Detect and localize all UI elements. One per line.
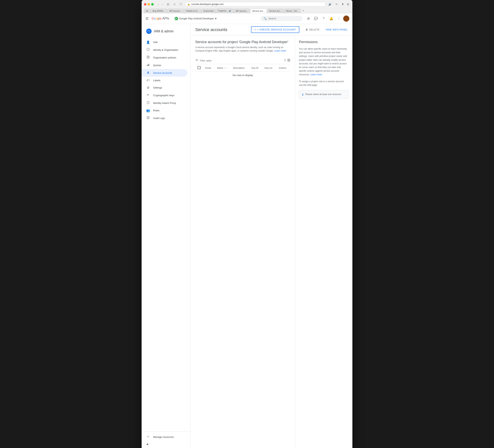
labels-icon: 🏷 <box>146 79 150 82</box>
sidebar-item-label: Labels <box>153 79 161 82</box>
hamburger-menu-button[interactable]: ☰ <box>145 16 149 22</box>
sidebar-item-labels[interactable]: 🏷 Labels <box>142 77 187 84</box>
sidebar-item-audit-logs[interactable]: Audit Logs <box>142 114 187 122</box>
sidebar-item-identity-proxy[interactable]: Identity-Aware Proxy <box>142 99 187 107</box>
project-dropdown-icon: ▾ <box>215 17 217 20</box>
sidebar-collapse-button[interactable]: ◀ <box>142 441 190 448</box>
tab-bug[interactable]: Bug 59400:... <box>150 9 167 13</box>
info-box: ℹ Please select at least one resource. <box>299 90 348 99</box>
th-name: Name ↑ ↑ <box>215 64 231 72</box>
content-header: Service accounts + + CREATE SERVICE ACCO… <box>191 24 352 36</box>
sidebar-item-label: Service accounts <box>153 72 172 74</box>
browser-action-btns: ⬆ ⧉ <box>341 2 350 6</box>
shield-icon: 🛡 <box>146 28 152 34</box>
tab-publish[interactable]: Publish to G... <box>184 9 201 13</box>
svg-rect-16 <box>288 59 289 61</box>
sidebar-item-identity-org[interactable]: Identity & Organisation <box>142 46 187 54</box>
email-sort[interactable]: Email <box>205 67 212 69</box>
hide-info-panel-button[interactable]: HIDE INFO PANEL <box>326 28 348 31</box>
project-selector-button[interactable]: ▶ Google Play Android Developer ▾ <box>173 16 218 21</box>
sidebar: 🛡 IAM & admin 👤 IAM Identity & Organisat… <box>142 24 191 448</box>
sidebar-item-settings[interactable]: ⚙ Settings <box>142 84 187 91</box>
search-input[interactable] <box>268 17 297 20</box>
sidebar-item-label: Organisation policies <box>153 56 176 59</box>
create-icon: + <box>254 28 256 31</box>
nav-buttons: ‹ › <box>157 2 164 6</box>
select-all-checkbox[interactable] <box>198 66 201 69</box>
google-logo-text: Google <box>152 17 161 20</box>
sidebar-item-label: Identity-Aware Proxy <box>153 101 176 104</box>
page-title: Service accounts <box>195 27 248 32</box>
collapse-icon: ◀ <box>146 443 148 446</box>
apis-text: APIs <box>162 16 169 21</box>
tab-service1[interactable]: Service acc... <box>250 9 267 13</box>
learn-more-link-main[interactable]: Learn more <box>274 50 286 52</box>
avatar[interactable] <box>343 15 349 22</box>
reload-page-button[interactable]: ⊙ <box>172 2 177 6</box>
manage-resources-icon <box>146 435 150 439</box>
new-tab-button[interactable]: ⧉ <box>346 2 350 6</box>
crypto-keys-icon <box>146 93 150 97</box>
sidebar-item-quotas[interactable]: Quotas <box>142 61 187 69</box>
name-sort[interactable]: Name ↑ ↑ <box>217 67 229 69</box>
delete-icon: 🗑 <box>306 28 308 31</box>
close-button[interactable] <box>144 3 146 6</box>
refresh-button[interactable]: ↻ <box>334 2 339 6</box>
th-email: Email <box>203 64 215 72</box>
traffic-light <box>144 3 154 6</box>
more-options-button[interactable]: ⋮ <box>335 15 342 22</box>
minimize-button[interactable] <box>148 3 150 6</box>
tab-service2[interactable]: Service acc... <box>267 9 284 13</box>
table-row-empty: No rows to display <box>195 72 290 79</box>
address-bar[interactable]: 🔒 console.developers.google.com <box>185 2 326 7</box>
svg-rect-11 <box>147 116 149 119</box>
google-apis-logo[interactable]: Google APIs <box>152 16 169 21</box>
info-button[interactable]: ⓘ <box>178 2 183 6</box>
tab-de[interactable]: de <box>144 9 150 13</box>
app-container: ☰ Google APIs ▶ Google Play Android Deve… <box>142 13 352 448</box>
apps-grid-button[interactable]: ⊞ <box>305 15 312 22</box>
table-toolbar: ? <box>195 57 290 64</box>
info-message: Please select at least one resource. <box>305 93 342 96</box>
sidebar-item-manage-resources[interactable]: Manage resources <box>142 433 187 441</box>
add-tab-button[interactable]: + <box>301 8 306 13</box>
back-button[interactable]: ‹ <box>157 2 160 6</box>
identity-org-icon <box>146 48 150 52</box>
delete-label: DELETE <box>309 28 320 31</box>
table-columns-icon[interactable] <box>287 59 290 62</box>
tab-fragment[interactable]: Fragmen... 🔊 <box>216 8 233 13</box>
tab-stores[interactable]: Stores - Sm... <box>284 9 301 13</box>
sidebar-item-org-policies[interactable]: Organisation policies <box>142 54 187 61</box>
audio-button[interactable]: 🔊 <box>327 2 333 6</box>
delete-button[interactable]: 🗑 DELETE <box>302 27 322 33</box>
table-help-icon[interactable]: ? <box>284 59 286 62</box>
sidebar-item-roles[interactable]: 👥 Roles <box>142 107 187 114</box>
svg-rect-17 <box>289 59 290 61</box>
tab-api2[interactable]: API access... <box>234 9 250 13</box>
maximize-button[interactable] <box>151 3 154 6</box>
create-service-account-button[interactable]: + + CREATE SERVICE ACCOUNT <box>251 26 299 33</box>
roles-icon: 👥 <box>146 109 150 112</box>
tab-overview-button[interactable]: ⊡ <box>165 2 171 6</box>
tab-api1[interactable]: API access... <box>167 9 184 13</box>
filter-table-input[interactable] <box>200 59 283 62</box>
notifications-button[interactable]: 🔔 <box>328 15 335 22</box>
tab-grammarly[interactable]: Grammarly <box>201 9 216 13</box>
settings-icon: ⚙ <box>146 86 150 89</box>
support-button[interactable]: 💬 <box>312 15 320 22</box>
desc-text: A service account represents a Google Cl… <box>195 46 284 52</box>
sidebar-item-label: Audit Logs <box>153 117 165 120</box>
service-accounts-icon <box>146 71 150 75</box>
learn-more-link-permissions[interactable]: Learn more <box>310 73 322 76</box>
forward-button[interactable]: › <box>161 2 164 6</box>
sidebar-item-service-accounts[interactable]: Service accounts <box>142 69 187 77</box>
help-button[interactable]: ? <box>320 15 327 22</box>
g-letter-red3: e <box>160 17 161 20</box>
service-accounts-description: A service account represents a Google Cl… <box>195 46 290 52</box>
share-button[interactable]: ⬆ <box>341 2 345 6</box>
svg-point-0 <box>147 48 149 50</box>
sidebar-item-crypto-keys[interactable]: Cryptographic keys <box>142 91 187 99</box>
sidebar-item-label: Roles <box>153 109 160 112</box>
sidebar-item-iam[interactable]: 👤 IAM <box>142 38 187 46</box>
permissions-panel: Permissions You can allow specific users… <box>295 36 352 448</box>
